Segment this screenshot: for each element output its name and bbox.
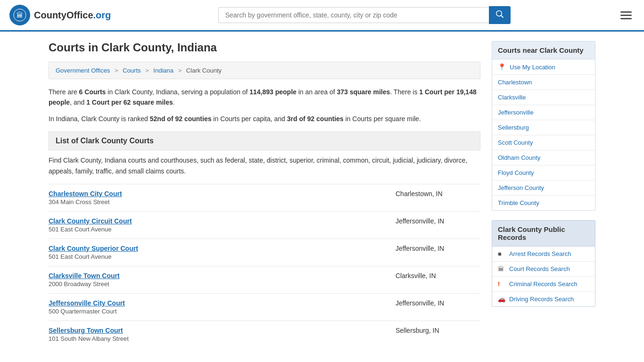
court-item: Charlestown City Court 304 Main Cross St… — [49, 184, 480, 211]
sidebar: Courts near Clark County 📍 Use My Locati… — [492, 41, 595, 348]
nearby-location-item[interactable]: Sellersburg — [492, 120, 595, 135]
nearby-location-link[interactable]: Jefferson County — [498, 184, 544, 191]
nearby-location-link[interactable]: Trimble County — [498, 199, 539, 206]
use-my-location-item[interactable]: 📍 Use My Location — [492, 59, 595, 75]
court-address: 501 East Court Avenue — [49, 253, 396, 260]
record-link[interactable]: Court Records Search — [509, 265, 570, 272]
public-records-section: Clark County Public Records ■ Arrest Rec… — [492, 220, 595, 307]
nearby-location-link[interactable]: Scott County — [498, 139, 533, 146]
breadcrumb-indiana[interactable]: Indiana — [153, 67, 173, 74]
nearby-location-link[interactable]: Jeffersonville — [498, 109, 534, 116]
courts-list: Charlestown City Court 304 Main Cross St… — [49, 184, 480, 348]
content-area: Courts in Clark County, Indiana Governme… — [49, 41, 480, 348]
courts-near-section: Courts near Clark County 📍 Use My Locati… — [492, 41, 595, 211]
court-name[interactable]: Clark County Superior Court — [49, 245, 396, 252]
court-location: Clarksville, IN — [396, 272, 480, 280]
court-location: Charlestown, IN — [396, 190, 480, 197]
nearby-location-item[interactable]: Oldham County — [492, 150, 595, 165]
main-container: Courts in Clark County, Indiana Governme… — [39, 32, 605, 357]
court-info: Jeffersonville City Court 500 Quartermas… — [49, 299, 396, 315]
nearby-location-item[interactable]: Charlestown — [492, 75, 595, 90]
nearby-location-item[interactable]: Scott County — [492, 135, 595, 150]
search-button[interactable] — [489, 6, 511, 24]
public-record-item: 🏛 Court Records Search — [492, 262, 595, 277]
list-section-header: List of Clark County Courts — [49, 132, 480, 150]
breadcrumb-sep-1: > — [115, 67, 118, 74]
nearby-location-link[interactable]: Oldham County — [498, 154, 540, 161]
court-address: 501 East Court Avenue — [49, 226, 396, 233]
court-name[interactable]: Charlestown City Court — [49, 190, 396, 197]
court-location: Sellersburg, IN — [396, 327, 480, 334]
logo-area: 🏛 CountyOffice.org — [9, 5, 111, 25]
court-name[interactable]: Jeffersonville City Court — [49, 299, 396, 307]
site-header: 🏛 CountyOffice.org — [0, 0, 644, 32]
public-records-title: Clark County Public Records — [492, 220, 595, 247]
court-location: Jeffersonville, IN — [396, 245, 480, 252]
breadcrumb-sep-2: > — [145, 67, 149, 74]
court-info: Clark County Circuit Court 501 East Cour… — [49, 217, 396, 233]
search-area — [218, 6, 511, 24]
courts-near-list: 📍 Use My Location CharlestownClarksville… — [492, 59, 595, 211]
court-item: Sellersburg Town Court 101 South New Alb… — [49, 321, 480, 348]
nearby-location-item[interactable]: Jeffersonville — [492, 105, 595, 120]
page-title: Courts in Clark County, Indiana — [49, 41, 480, 54]
nearby-location-item[interactable]: Clarksville — [492, 90, 595, 105]
breadcrumb-courts[interactable]: Courts — [123, 67, 140, 74]
search-input[interactable] — [218, 7, 489, 23]
public-records-list: ■ Arrest Records Search 🏛 Court Records … — [492, 247, 595, 307]
nearby-location-item[interactable]: Floyd County — [492, 165, 595, 181]
record-icon: ■ — [498, 250, 505, 257]
court-item: Clark County Superior Court 501 East Cou… — [49, 239, 480, 266]
nearby-location-link[interactable]: Charlestown — [498, 79, 532, 86]
courts-count: 6 Courts — [79, 88, 106, 96]
court-info: Charlestown City Court 304 Main Cross St… — [49, 190, 396, 206]
population: 114,893 people — [249, 88, 297, 96]
list-description: Find Clark County, Indiana courts and co… — [49, 155, 480, 176]
record-link[interactable]: Criminal Records Search — [509, 280, 578, 288]
breadcrumb-sep-3: > — [178, 67, 182, 74]
public-record-item: ■ Arrest Records Search — [492, 247, 595, 262]
nearby-location-link[interactable]: Sellersburg — [498, 124, 529, 131]
logo-text: CountyOffice.org — [34, 10, 111, 21]
pin-icon: 📍 — [498, 63, 506, 71]
record-icon: 🚗 — [498, 296, 505, 303]
public-record-item: ! Criminal Records Search — [492, 277, 595, 292]
court-item: Jeffersonville City Court 500 Quartermas… — [49, 293, 480, 321]
record-icon: 🏛 — [498, 265, 505, 272]
court-address: 500 Quartermaster Court — [49, 308, 396, 315]
courts-near-title: Courts near Clark County — [492, 41, 595, 59]
court-info: Clarksville Town Court 2000 Broadway Str… — [49, 272, 396, 288]
per-mile: 1 Court per 62 square miles — [86, 99, 173, 106]
description-paragraph-2: In Indiana, Clark County is ranked 52nd … — [49, 114, 480, 124]
area: 373 square miles — [337, 88, 390, 96]
logo-icon: 🏛 — [9, 5, 30, 25]
court-address: 101 South New Albany Street — [49, 335, 396, 342]
public-record-item: 🚗 Driving Records Search — [492, 292, 595, 306]
court-name[interactable]: Sellersburg Town Court — [49, 327, 396, 334]
court-address: 2000 Broadway Street — [49, 280, 396, 288]
description-paragraph-1: There are 6 Courts in Clark County, Indi… — [49, 87, 480, 108]
ranking-mile: 3rd of 92 counties — [287, 115, 344, 123]
court-location: Jeffersonville, IN — [396, 299, 480, 307]
court-name[interactable]: Clarksville Town Court — [49, 272, 396, 280]
breadcrumb: Government Offices > Courts > Indiana > … — [49, 62, 480, 79]
record-link[interactable]: Arrest Records Search — [509, 250, 571, 257]
record-link[interactable]: Driving Records Search — [509, 296, 574, 303]
nearby-location-item[interactable]: Trimble County — [492, 196, 595, 210]
svg-text:🏛: 🏛 — [17, 11, 23, 19]
court-item: Clarksville Town Court 2000 Broadway Str… — [49, 266, 480, 293]
court-address: 304 Main Cross Street — [49, 198, 396, 206]
menu-button[interactable] — [618, 8, 635, 22]
nearby-location-item[interactable]: Jefferson County — [492, 181, 595, 196]
breadcrumb-government-offices[interactable]: Government Offices — [56, 67, 110, 74]
court-item: Clark County Circuit Court 501 East Cour… — [49, 211, 480, 239]
use-my-location-link[interactable]: Use My Location — [510, 64, 555, 71]
nearby-location-link[interactable]: Floyd County — [498, 169, 534, 176]
nearby-location-link[interactable]: Clarksville — [498, 94, 526, 101]
breadcrumb-clark-county: Clark County — [186, 67, 222, 74]
record-icon: ! — [498, 280, 505, 288]
court-name[interactable]: Clark County Circuit Court — [49, 217, 396, 225]
court-info: Clark County Superior Court 501 East Cou… — [49, 245, 396, 260]
ranking-capita: 52nd of 92 counties — [150, 115, 212, 123]
court-info: Sellersburg Town Court 101 South New Alb… — [49, 327, 396, 342]
